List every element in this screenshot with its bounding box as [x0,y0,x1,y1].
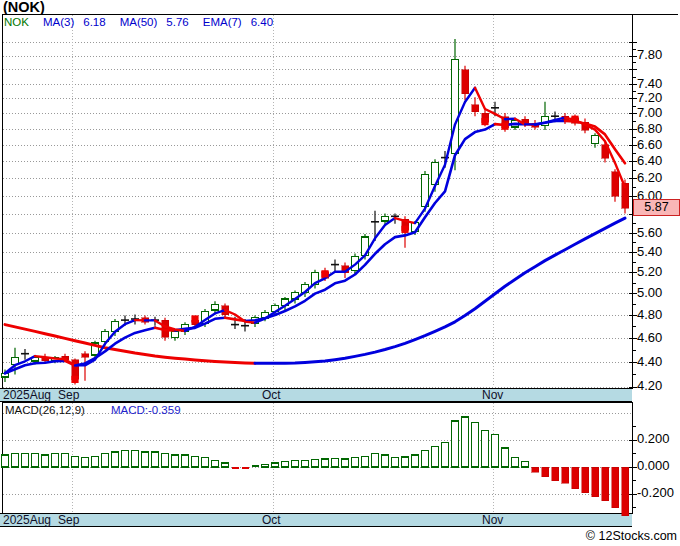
macd-bar [252,465,259,467]
macd-axis-label: 0.000 [637,458,670,473]
candle-up [382,216,389,221]
macd-bar-positive [422,451,429,467]
candle-down [82,354,89,358]
last-price-tag: 5.87 [633,199,680,216]
macd-axis-label: 0.200 [637,431,670,446]
macd-bar-negative [572,467,579,489]
trend-flip-marker [571,116,578,123]
macd-bar-positive [282,462,289,467]
macd-bar-positive [472,422,479,467]
y-axis-label: 4.60 [637,330,662,345]
macd-legend: MACD(26,12,9)MACD:-0.359 [5,404,181,416]
macd-bar-positive [272,463,279,467]
y-axis-label: 5.00 [637,285,662,300]
page-title: (NOK) [3,0,45,15]
y-axis-label: 6.20 [637,170,662,185]
macd-bar-positive [352,458,359,468]
legend-label: MA(50) [120,16,158,28]
macd-bar-negative [592,467,599,497]
y-axis-label: 5.40 [637,244,662,259]
macd-legend-value: MACD:-0.359 [111,404,181,416]
legend-value: 5.76 [166,16,188,28]
copyright: © 12Stocks.com [586,529,677,543]
macd-bar-positive [42,455,49,467]
legend-symbol: NOK [4,16,29,28]
macd-bar-positive [512,458,519,468]
trend-flip-marker [321,270,328,277]
macd-bar-negative [622,467,629,516]
macd-bar-positive [222,463,229,467]
macd-bar-positive [452,421,459,467]
macd-bar-positive [182,455,189,467]
ma3-line-segment [505,119,515,120]
y-axis-label: 5.60 [637,225,662,240]
macd-bar-negative [542,467,549,477]
macd-bar-positive [2,455,9,467]
legend-value: 6.40 [251,16,273,28]
chart-svg: 7.807.407.207.006.806.606.406.206.005.60… [0,0,680,546]
ma50-line-segment [255,218,625,363]
candle-up [212,305,219,311]
macd-bar-positive [112,452,119,467]
macd-bar-positive [522,462,529,467]
macd-bar-positive [82,458,89,468]
legend-value: 6.18 [83,16,105,28]
legend-label: EMA(7) [203,16,242,28]
macd-bar-positive [502,448,509,467]
legend-item-ema7: EMA(7)6.40 [203,16,273,28]
y-axis-label: 5.20 [637,264,662,279]
y-axis-label: 7.80 [637,47,662,62]
trend-flip-marker [191,315,198,322]
macd-axis-label: -0.200 [637,485,674,500]
ema7-line-segment [245,124,495,321]
macd-bar-positive [432,447,439,467]
macd-bar-positive [262,464,269,467]
macd-bar-negative [602,467,609,501]
macd-bar-positive [102,454,109,468]
y-axis-label: 7.40 [637,76,662,91]
macd-bar-positive [402,457,409,467]
candle-up [172,331,179,337]
macd-bar-positive [342,459,349,467]
macd-bar-positive [482,431,489,468]
macd-bar-positive [492,435,499,467]
macd-bar-positive [292,460,299,467]
y-axis-label: 6.80 [637,121,662,136]
y-axis-label: 7.00 [637,105,662,120]
y-axis-label: 7.20 [637,90,662,105]
legend-item-ma3: MA(3)6.18 [43,16,106,28]
macd-bar-positive [192,456,199,467]
candle-down [472,105,479,112]
macd-bar-positive [462,417,469,467]
candle-down [462,70,469,94]
y-axis-label: 4.40 [637,354,662,369]
macd-bar-positive [212,460,219,467]
macd-bar-positive [142,452,149,467]
macd-bar-negative [532,467,539,472]
macd-bar-positive [302,460,309,467]
y-axis-label: 6.40 [637,153,662,168]
macd-bar [232,467,239,469]
y-axis-label: 4.20 [637,378,662,393]
macd-bar-negative [582,467,589,493]
trend-flip-marker [501,123,508,130]
macd-bar-positive [332,458,339,467]
macd-bar-positive [442,443,449,467]
macd-bar-negative [612,467,619,508]
main-chart-legend: NOKMA(3)6.18MA(50)5.76EMA(7)6.40 [4,16,287,28]
macd-bar-positive [362,456,369,467]
macd-legend-label: MACD(26,12,9) [5,404,85,416]
macd-bar-positive [132,451,139,467]
stock-chart-page: (NOK) NOKMA(3)6.18MA(50)5.76EMA(7)6.40 2… [0,0,680,546]
macd-bar-positive [52,454,59,468]
macd-bar-positive [392,458,399,468]
macd-bar-positive [22,454,29,468]
candle-up [452,59,459,153]
macd-bar-positive [172,455,179,467]
trend-flip-marker [401,226,408,233]
trend-flip-marker [71,376,78,383]
macd-bar-positive [92,456,99,467]
trend-flip-marker [481,118,488,125]
macd-bar-positive [322,459,329,467]
ma3-line-segment [475,88,505,119]
